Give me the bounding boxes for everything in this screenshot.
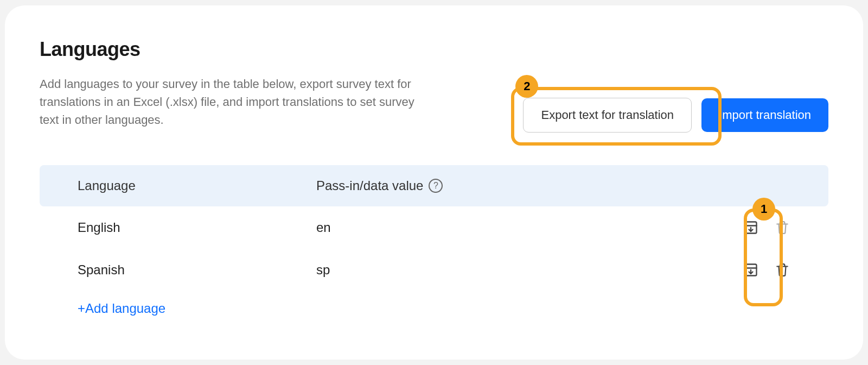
help-icon[interactable]: ?	[429, 179, 443, 193]
cell-actions	[714, 219, 790, 236]
table-row: Spanish sp	[40, 249, 828, 291]
download-icon[interactable]	[743, 219, 759, 236]
cell-value: en	[316, 220, 714, 235]
cell-value: sp	[316, 262, 714, 278]
page-title: Languages	[40, 38, 419, 61]
cell-language: English	[78, 220, 316, 235]
header-left: Languages Add languages to your survey i…	[40, 38, 419, 129]
table-row: English en	[40, 206, 828, 249]
languages-card: Languages Add languages to your survey i…	[5, 5, 863, 360]
import-button[interactable]: Import translation	[701, 98, 828, 132]
page-description: Add languages to your survey in the tabl…	[40, 75, 419, 129]
trash-icon[interactable]	[774, 262, 790, 278]
export-button[interactable]: Export text for translation	[523, 98, 692, 133]
download-icon[interactable]	[743, 262, 759, 278]
add-language-link[interactable]: +Add language	[40, 291, 203, 326]
cell-actions	[714, 262, 790, 278]
header-row: Languages Add languages to your survey i…	[40, 38, 828, 133]
cell-language: Spanish	[78, 262, 316, 278]
col-header-value: Pass-in/data value ?	[316, 178, 714, 193]
annotation-badge-1: 1	[752, 198, 775, 221]
trash-icon	[774, 219, 790, 236]
languages-table: Language Pass-in/data value ? English en	[40, 165, 828, 326]
col-header-value-text: Pass-in/data value	[316, 178, 423, 193]
header-actions: 2 Export text for translation Import tra…	[523, 38, 828, 133]
annotation-badge-2: 2	[515, 75, 538, 98]
table-header: Language Pass-in/data value ?	[40, 165, 828, 206]
col-header-language: Language	[78, 178, 316, 193]
